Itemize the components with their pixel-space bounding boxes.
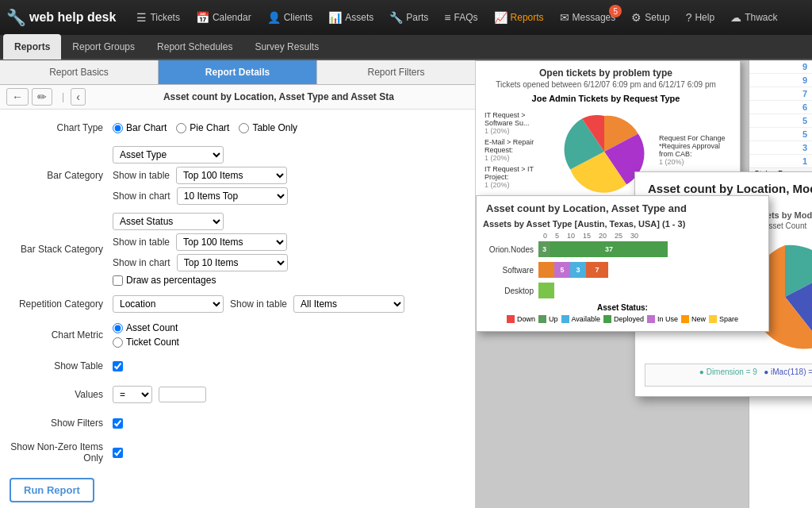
table-row-3: 7 <box>749 87 812 101</box>
left-panel: Report Basics Report Details Report Filt… <box>0 60 476 508</box>
form-area: Chart Type Bar Chart Pie Chart Table Onl… <box>0 110 475 508</box>
table-row-5: 5 <box>749 114 812 128</box>
bar-seg-dt-1 <box>538 283 554 298</box>
pie2-legend: ● Dimension = 9 ● iMac(118) = 9 ● Other … <box>645 364 812 387</box>
bar-stack-controls: Asset Status Asset Type Location Show in… <box>113 213 288 286</box>
bar-category-show-table-select[interactable]: Top 100 Items Top 10 Items All Items <box>176 167 287 184</box>
radio-ticket-count[interactable]: Ticket Count <box>113 337 179 348</box>
sub-navbar: Reports Report Groups Report Schedules S… <box>0 35 812 60</box>
legend-new: New <box>681 315 706 323</box>
show-nonzero-label: Show Non-Zero Items Only <box>10 441 113 464</box>
tickets-icon: ☰ <box>136 11 147 24</box>
show-nonzero-row: Show Non-Zero Items Only <box>10 441 465 464</box>
logo-text: web help desk <box>29 10 116 25</box>
nav-tickets-label: Tickets <box>150 12 180 23</box>
bar-legend-title: Asset Status: <box>483 303 762 312</box>
repetition-select[interactable]: Location Asset Type Asset Status <box>113 295 224 313</box>
nav-help-label: Help <box>695 12 714 23</box>
nav-setup[interactable]: ⚙ Setup <box>623 0 677 35</box>
subnav-survey-results[interactable]: Survey Results <box>243 34 330 60</box>
repetition-show-table-select[interactable]: All Items Top 100 Items Top 10 Items <box>293 295 404 313</box>
show-table-checkbox[interactable] <box>113 361 123 371</box>
legend-available: Available <box>561 315 600 323</box>
nav-thwack-label: Thwack <box>745 12 777 23</box>
legend-up: Up <box>538 315 558 323</box>
radio-table-only[interactable]: Table Only <box>239 122 297 133</box>
bar-stack-row: Bar Stack Category Asset Status Asset Ty… <box>10 213 465 286</box>
tab-report-details[interactable]: Report Details <box>159 60 317 84</box>
bar-stack-show-chart-select[interactable]: Top 10 Items Top 5 Items All Items <box>177 254 288 271</box>
messages-icon: ✉ <box>560 11 569 24</box>
radio-bar-chart[interactable]: Bar Chart <box>113 122 167 133</box>
bar-category-label: Bar Category <box>10 170 113 181</box>
nav-items: ☰ Tickets 📅 Calendar 👤 Clients 📊 Assets … <box>128 0 806 35</box>
table-row-2: 9 <box>749 74 812 87</box>
bar-stack-show-table-select[interactable]: Top 100 Items Top 10 Items All Items <box>176 233 287 251</box>
repetition-row: Repetition Category Location Asset Type … <box>10 294 465 314</box>
subnav-reports[interactable]: Reports <box>3 34 61 60</box>
right-panel: Open tickets by problem type Tickets ope… <box>476 60 812 508</box>
pie-label-2: E-Mail > Repair Request:1 (20%) <box>485 138 550 162</box>
nav-help[interactable]: ? Help <box>678 0 722 35</box>
legend-inuse: In Use <box>647 315 678 323</box>
subnav-report-schedules[interactable]: Report Schedules <box>146 34 243 60</box>
bar-category-select[interactable]: Asset Type Asset Status Location <box>113 146 224 164</box>
tab-report-filters[interactable]: Report Filters <box>317 60 475 84</box>
thwack-icon: ☁ <box>730 11 741 24</box>
bar-segments-software: 5 3 7 <box>538 262 608 278</box>
pie-label-1: IT Request > Software Su...1 (20%) <box>485 111 550 135</box>
nav-setup-label: Setup <box>645 12 669 23</box>
panel-title: Asset count by Location, Asset Type and … <box>89 91 469 102</box>
draw-as-pct-label[interactable]: Draw as percentages <box>113 275 288 286</box>
calendar-icon: 📅 <box>196 11 209 24</box>
bar-legend: Down Up Available Deployed In Use New Sp… <box>483 312 762 328</box>
repetition-show-table-label: Show in table <box>230 298 287 310</box>
run-report-button[interactable]: Run Report <box>10 478 94 502</box>
bar-chart-popup: Asset count by Location, Asset Type and … <box>476 195 769 332</box>
values-controls: = != > < <box>113 386 206 403</box>
nav-calendar[interactable]: 📅 Calendar <box>188 0 259 35</box>
bar-row-software: Software 5 3 7 <box>483 262 762 278</box>
radio-asset-count[interactable]: Asset Count <box>113 322 179 333</box>
nav-assets[interactable]: 📊 Assets <box>320 0 381 35</box>
nav-reports[interactable]: 📈 Reports <box>486 0 552 35</box>
legend-deployed: Deployed <box>603 315 644 323</box>
show-filters-row: Show Filters <box>10 413 465 433</box>
show-filters-checkbox[interactable] <box>113 418 123 429</box>
prev-button[interactable]: ‹ <box>71 88 86 106</box>
chart1-title: Open tickets by problem type <box>478 67 733 79</box>
nav-parts[interactable]: 🔧 Parts <box>381 0 436 35</box>
bar-stack-select[interactable]: Asset Status Asset Type Location <box>113 213 224 230</box>
radio-pie-chart[interactable]: Pie Chart <box>176 122 229 133</box>
nav-thwack[interactable]: ☁ Thwack <box>722 0 785 35</box>
main-content: Report Basics Report Details Report Filt… <box>0 60 812 508</box>
tab-report-basics[interactable]: Report Basics <box>0 60 159 84</box>
edit-button[interactable]: ✏ <box>32 88 52 106</box>
show-nonzero-checkbox[interactable] <box>113 448 123 458</box>
show-table-label: Show in table <box>113 170 170 181</box>
bar-chart-area: Assets by Asset Type [Austin, Texas, USA… <box>477 216 768 331</box>
nav-clients[interactable]: 👤 Clients <box>259 0 321 35</box>
bar-seg-sw-1 <box>538 262 554 278</box>
bar-category-controls: Asset Type Asset Status Location Show in… <box>113 146 288 205</box>
nav-parts-label: Parts <box>406 12 428 23</box>
subnav-report-groups[interactable]: Report Groups <box>61 34 146 60</box>
bar-category-show-chart-select[interactable]: 10 Items Top Top 10 Items All Items <box>177 187 288 205</box>
bar-seg-sw-4: 7 <box>586 262 608 278</box>
nav-assets-label: Assets <box>345 12 373 23</box>
nav-messages[interactable]: ✉ Messages 5 <box>552 0 624 35</box>
legend-down: Down <box>507 315 535 323</box>
bar-seg-sw-2: 5 <box>554 262 570 278</box>
bar-row-orion: Orion.Nodes 3 37 <box>483 241 762 257</box>
draw-as-pct-checkbox[interactable] <box>113 275 123 286</box>
values-operator-select[interactable]: = != > < <box>113 386 152 403</box>
parts-icon: 🔧 <box>389 11 403 24</box>
bar-chart-subtitle: Assets by Asset Type [Austin, Texas, USA… <box>483 219 762 229</box>
back-button[interactable]: ← <box>6 88 29 106</box>
nav-faqs[interactable]: ≡ FAQs <box>436 0 485 35</box>
chart-type-options: Bar Chart Pie Chart Table Only <box>113 122 297 133</box>
nav-tickets[interactable]: ☰ Tickets <box>128 0 188 35</box>
panel-toolbar: ← ✏ | ‹ Asset count by Location, Asset T… <box>0 85 475 110</box>
values-input[interactable] <box>159 387 206 402</box>
table-row-7: 3 <box>749 141 812 155</box>
